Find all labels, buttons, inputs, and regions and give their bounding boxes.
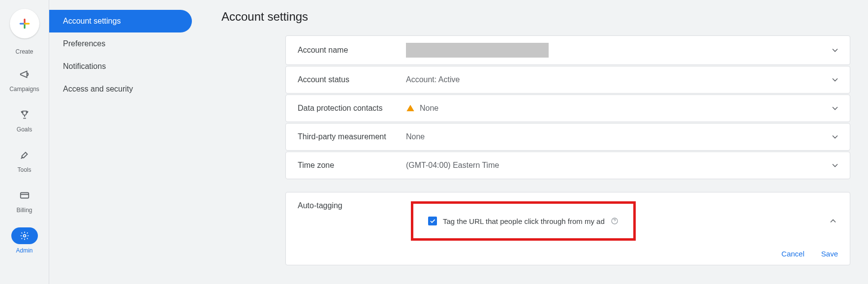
chevron-down-icon [830,132,840,142]
chevron-down-icon [830,45,840,55]
create-button[interactable] [10,9,39,38]
create-label: Create [15,48,33,55]
panel-label: Data protection contacts [298,104,406,113]
panel-account-name[interactable]: Account name [285,35,850,65]
panel-label: Auto-tagging [298,201,411,210]
panel-value: None [420,104,438,113]
chevron-up-icon[interactable] [828,216,838,226]
rail-label: Tools [17,166,31,173]
panel-label: Account status [298,75,406,84]
panel-account-status[interactable]: Account status Account: Active [285,66,850,94]
rail-label: Goals [17,126,32,133]
rail-label: Billing [16,207,32,214]
chevron-down-icon [830,103,840,113]
rail-item-tools[interactable]: Tools [5,144,44,176]
svg-point-1 [23,235,26,237]
sidebar-item-access-security[interactable]: Access and security [49,78,192,100]
rail-label: Campaigns [9,86,39,93]
trophy-icon [19,109,30,120]
sidebar-item-notifications[interactable]: Notifications [49,55,192,78]
rail-item-billing[interactable]: Billing [5,184,44,217]
rail-item-goals[interactable]: Goals [5,103,44,136]
auto-tagging-checkbox[interactable] [428,217,437,225]
tools-icon [19,150,30,160]
sidebar-item-account-settings[interactable]: Account settings [49,10,192,32]
redacted-value [406,43,549,58]
help-icon[interactable] [611,217,619,225]
panel-value: Account: Active [406,75,460,84]
panel-auto-tagging: Auto-tagging Tag the URL that people cli… [285,192,850,265]
gear-icon [20,231,30,241]
highlight-box: Tag the URL that people click through fr… [411,201,636,241]
sidebar-item-preferences[interactable]: Preferences [49,32,192,55]
panel-value: (GMT-04:00) Eastern Time [406,161,499,170]
plus-icon [18,17,31,30]
rail-item-campaigns[interactable]: Campaigns [5,63,44,95]
panel-label: Third-party measurement [298,132,406,141]
panel-label: Time zone [298,161,406,170]
rail-label: Admin [16,247,32,254]
warning-icon [406,104,415,113]
svg-rect-0 [20,193,29,198]
left-rail: Create Campaigns Goals To [0,0,49,284]
page-title: Account settings [221,10,850,24]
panel-time-zone[interactable]: Time zone (GMT-04:00) Eastern Time [285,152,850,179]
card-icon [19,190,30,201]
chevron-down-icon [830,160,840,170]
rail-item-admin[interactable]: Admin [5,224,44,257]
chevron-down-icon [830,75,840,85]
panel-label: Account name [298,46,406,55]
main-content: Account settings Account name Account st… [192,0,868,284]
sidebar: Account settings Preferences Notificatio… [49,0,192,284]
megaphone-icon [19,69,30,80]
panel-data-protection[interactable]: Data protection contacts None [285,95,850,122]
panel-third-party[interactable]: Third-party measurement None [285,123,850,151]
save-button[interactable]: Save [821,250,838,258]
checkbox-label: Tag the URL that people click through fr… [443,217,605,225]
panel-value: None [406,132,425,141]
cancel-button[interactable]: Cancel [781,250,805,258]
